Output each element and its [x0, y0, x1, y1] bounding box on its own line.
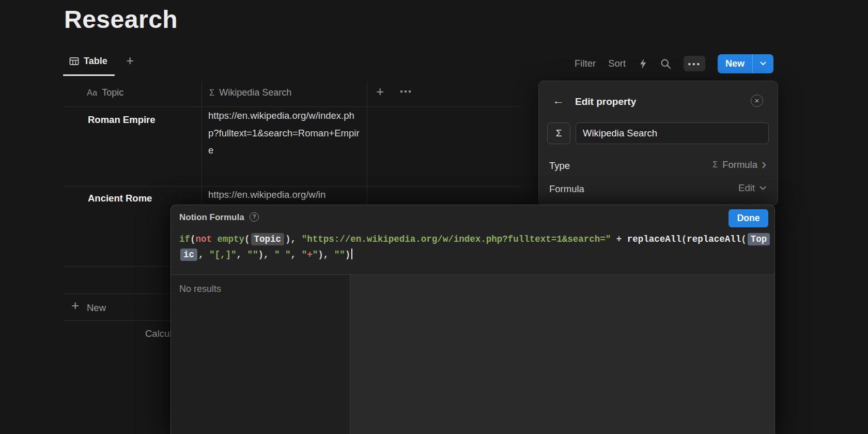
code-token [212, 234, 218, 244]
back-arrow-icon[interactable]: ← [552, 94, 564, 107]
ellipsis-icon: ●●● [688, 61, 701, 67]
sigma-icon: Σ [556, 128, 562, 139]
formula-property-icon: Σ [209, 88, 214, 98]
no-results-label: No results [179, 284, 221, 295]
edit-property-panel: ← Edit property × Σ Type Σ Formula Formu… [538, 81, 778, 206]
new-row-button[interactable]: New [87, 302, 106, 314]
add-column-button[interactable]: + [376, 84, 384, 100]
tab-table-view[interactable]: Table [69, 56, 107, 67]
code-token: " [302, 250, 307, 260]
formula-input[interactable]: if(not empty(Topic), "https://en.wikiped… [179, 232, 768, 262]
new-dropdown-button[interactable] [752, 54, 773, 73]
code-token: ( [244, 234, 250, 244]
cell-formula-result[interactable]: https://en.wikipedia.org/w/in [208, 186, 326, 204]
notion-database-page: Research Table + Filter Sort ●●● [0, 0, 868, 434]
cell-topic[interactable]: Ancient Rome [88, 193, 152, 204]
code-token: ), [258, 250, 275, 260]
formula-edit-button[interactable]: Edit [738, 182, 766, 194]
table-icon [69, 56, 79, 66]
code-token: , [291, 250, 302, 260]
code-token: "" [334, 250, 345, 260]
text-caret [351, 249, 352, 259]
filter-button[interactable]: Filter [575, 58, 596, 69]
automations-button[interactable] [638, 58, 648, 69]
code-token: "" [247, 250, 258, 260]
formula-suggestions-panel: No results [171, 275, 350, 434]
code-token: " " [274, 250, 291, 260]
code-token: "[,]" [209, 250, 237, 260]
column-header-topic[interactable]: Aa Topic [87, 87, 123, 98]
view-options-button[interactable]: ●●● [684, 56, 705, 71]
formula-popup-title: Notion Formula [179, 212, 244, 223]
new-button-label: New [725, 58, 745, 69]
code-token: ), [285, 234, 302, 244]
property-type-button[interactable]: Σ [547, 122, 570, 144]
code-token: replaceAll [687, 234, 741, 244]
code-token: " [313, 250, 318, 260]
cell-formula-result[interactable]: https://en.wikipedia.org/w/index.php?ful… [208, 107, 362, 159]
new-split-button: New [718, 54, 773, 73]
code-line: if(not empty(Topic), "https://en.wikiped… [179, 232, 768, 247]
type-row-value[interactable]: Σ Formula [712, 159, 766, 171]
tab-table-label: Table [84, 56, 107, 67]
code-token: replaceAll [627, 234, 681, 244]
code-token: empty [218, 234, 245, 244]
active-tab-underline [63, 74, 115, 76]
panel-title: Edit property [575, 96, 636, 107]
formula-editor-popup: Notion Formula ? Done if(not empty(Topic… [171, 205, 775, 434]
code-line: ic, "[,]", ""), " ", "+"), "") [179, 247, 768, 263]
add-view-button[interactable]: + [126, 53, 134, 69]
formula-detail-panel [350, 275, 774, 434]
ellipsis-icon: ●●● [400, 88, 412, 94]
chevron-down-icon [760, 186, 766, 191]
property-chip[interactable]: Top [748, 233, 770, 245]
property-name-input[interactable] [576, 122, 769, 144]
new-button[interactable]: New [718, 54, 752, 73]
type-row-label: Type [549, 160, 570, 172]
chevron-right-icon [762, 162, 766, 168]
cell-topic[interactable]: Roman Empire [88, 114, 156, 126]
code-token: + [611, 234, 627, 244]
close-icon[interactable]: × [751, 95, 763, 107]
column-header-label: Topic [102, 87, 123, 98]
search-icon [660, 58, 671, 69]
code-token: + [307, 250, 313, 260]
code-token: ), [318, 250, 334, 260]
chevron-down-icon [760, 61, 766, 66]
column-header-wikipedia-search[interactable]: Σ Wikipedia Search [209, 87, 291, 98]
help-icon[interactable]: ? [250, 212, 259, 222]
sort-button[interactable]: Sort [608, 58, 626, 69]
lightning-icon [638, 58, 648, 69]
formula-edit-label: Edit [738, 182, 755, 194]
code-token: ( [190, 234, 196, 244]
sigma-icon: Σ [712, 160, 718, 169]
title-property-icon: Aa [87, 88, 97, 98]
code-token: "https://en.wikipedia.org/w/index.php?fu… [302, 234, 611, 244]
code-token: , [198, 250, 209, 260]
page-title[interactable]: Research [64, 5, 178, 34]
code-token: ( [741, 234, 747, 244]
type-value-label: Formula [722, 159, 757, 171]
done-button[interactable]: Done [729, 209, 768, 227]
property-chip[interactable]: ic [180, 249, 197, 261]
property-chip[interactable]: Topic [251, 233, 285, 245]
code-token: ) [345, 250, 351, 260]
code-token: ( [681, 234, 687, 244]
code-token: , [237, 250, 247, 260]
plus-icon: + [71, 298, 79, 314]
code-token: not [196, 234, 212, 244]
search-button[interactable] [660, 58, 671, 69]
formula-row-label: Formula [549, 183, 584, 195]
column-header-label: Wikipedia Search [219, 87, 291, 98]
table-options-button[interactable]: ●●● [400, 88, 412, 94]
view-toolbar: Filter Sort ●●● New [575, 53, 773, 74]
code-token: if [179, 234, 190, 244]
